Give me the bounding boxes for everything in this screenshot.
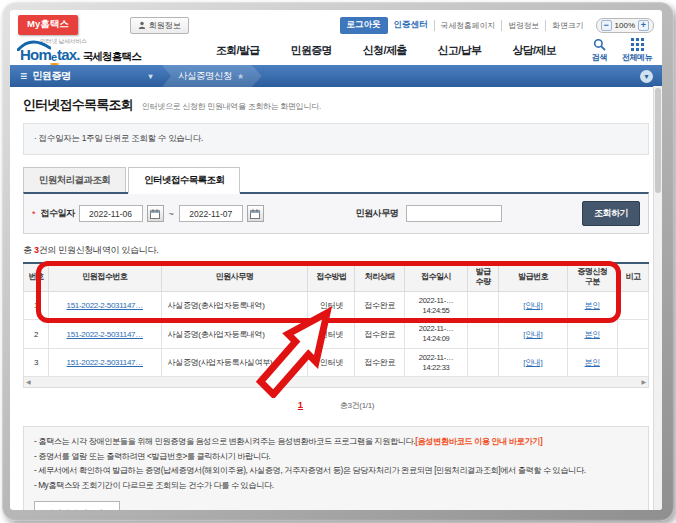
tab-civil-result-inquiry[interactable]: 민원처리결과조회: [23, 167, 126, 192]
grid-menu-icon: [631, 38, 644, 51]
cell-issue-no: [안내]: [499, 320, 568, 349]
issue-guide-link[interactable]: [안내]: [523, 330, 542, 339]
content-area: 인터넷접수목록조회 인터넷으로 신청한 민원내역을 조회하는 화면입니다. · …: [10, 96, 662, 510]
logo-text-en-2: tax.: [57, 46, 80, 63]
link-nts-homepage[interactable]: 국세청홈페이지: [434, 20, 502, 31]
section-dropdown[interactable]: ≡ 민원증명 ▾: [10, 69, 162, 83]
col-receipt-no: 민원접수번호: [49, 263, 162, 291]
vertical-scrollbar[interactable]: [653, 86, 662, 510]
page-subtitle: 인터넷으로 신청한 민원내역을 조회하는 화면입니다.: [142, 101, 321, 112]
cell-apply-type: 본인: [567, 291, 617, 320]
voice-barcode-guide-link[interactable]: [음성변환바코드 이용 안내 바로가기]: [415, 437, 542, 446]
date-to-calendar-button[interactable]: [247, 205, 264, 222]
footer-notes: - 홈택스는 시각 장애인분들을 위해 민원증명을 음성으로 변환시켜주는 음성…: [23, 426, 649, 510]
cell-receipt-no: 151-2022-2-5031147…: [49, 320, 162, 349]
apply-type-link[interactable]: 본인: [585, 330, 600, 339]
cell-receipt-no: 151-2022-2-5031147…: [49, 348, 162, 377]
receipt-number-link[interactable]: 151-2022-2-5031147…: [67, 358, 143, 367]
zoom-control: − 100% +: [596, 18, 654, 33]
collapse-chevron-icon[interactable]: ▾: [640, 70, 653, 83]
logo-text-e: e: [51, 51, 57, 63]
nav-apply-submit[interactable]: 신청/제출: [363, 43, 407, 58]
cell-date: 2022-11-…: [419, 324, 453, 333]
breadcrumb[interactable]: 사실증명신청 ★: [162, 65, 262, 87]
my-hometax-button[interactable]: My홈택스: [18, 15, 78, 35]
table-row: 2 151-2022-2-5031147… 사실증명(총사업자등록내역) 인터넷…: [24, 320, 649, 349]
person-icon: [138, 21, 146, 29]
cell-issue-no: [안내]: [499, 291, 568, 320]
cell-task-name: 사실증명(총사업자등록내역): [161, 291, 308, 320]
screenshot-root: My홈택스 회원정보 로그아웃 인증센터 국세청홈페이지 법령정보 화면크기 −…: [0, 0, 676, 523]
issue-guide-link[interactable]: [안내]: [523, 358, 542, 367]
apply-type-link[interactable]: 본인: [585, 358, 600, 367]
cell-no: 1: [24, 291, 49, 320]
footer-note: - 세무서에서 확인하여 발급하는 증명(납세증명서(해외이주용), 사실증명,…: [34, 464, 638, 479]
cell-issue-no: [안내]: [499, 348, 568, 377]
cell-method: 인터넷: [308, 291, 355, 320]
cell-method: 인터넷: [308, 348, 355, 377]
inquiry-button[interactable]: 조회하기: [582, 201, 640, 226]
more-guide-button[interactable]: 안내사항 더보기 +: [34, 501, 120, 510]
cell-datetime: 2022-11-…14:22:33: [405, 348, 468, 377]
link-law-info[interactable]: 법령정보: [501, 20, 545, 31]
civil-task-name-label: 민원사무명: [356, 207, 399, 220]
scrollbar-thumb[interactable]: [655, 88, 661, 193]
menu-bar: ≡ 민원증명 ▾ 사실증명신청 ★ ▾: [10, 65, 662, 87]
table-header-row: 번호 민원접수번호 민원사무명 접수방법 처리상태 접수일시 발급 수량 발급번…: [24, 263, 649, 291]
page-number-1[interactable]: 1: [298, 399, 303, 410]
issue-guide-link[interactable]: [안내]: [523, 301, 542, 310]
logout-button[interactable]: 로그아웃: [340, 17, 388, 34]
date-range-label: 접수일자: [41, 207, 75, 220]
zoom-in-button[interactable]: +: [638, 20, 649, 31]
nav-report-pay[interactable]: 신고/납부: [438, 43, 482, 58]
col-issue-no: 발급번호: [499, 263, 568, 291]
date-to-input[interactable]: [179, 205, 243, 222]
receipt-number-link[interactable]: 151-2022-2-5031147…: [67, 301, 143, 310]
col-apply-type: 증명신청 구분: [567, 263, 617, 291]
scroll-right-icon[interactable]: ▶: [641, 379, 646, 385]
utility-bar: My홈택스 회원정보 로그아웃 인증센터 국세청홈페이지 법령정보 화면크기 −…: [18, 15, 654, 35]
section-label: 민원증명: [33, 69, 71, 83]
all-menu-button[interactable]: 전체메뉴: [622, 38, 652, 63]
receipt-table: 번호 민원접수번호 민원사무명 접수방법 처리상태 접수일시 발급 수량 발급번…: [23, 262, 649, 377]
zoom-out-button[interactable]: −: [601, 20, 612, 31]
favorite-star-icon[interactable]: ★: [237, 72, 244, 81]
nav-inquiry-issue[interactable]: 조회/발급: [216, 43, 260, 58]
cell-task-name: 사실증명(총사업자등록내역): [161, 320, 308, 349]
cell-no: 3: [24, 348, 49, 377]
apply-type-link[interactable]: 본인: [585, 301, 600, 310]
cert-center-button[interactable]: 인증센터: [394, 19, 428, 31]
col-task-name: 민원사무명: [161, 263, 308, 291]
cell-date: 2022-11-…: [419, 353, 453, 362]
cell-qty: [467, 291, 498, 320]
cell-apply-type: 본인: [567, 348, 617, 377]
cell-note: [617, 348, 648, 377]
summary-suffix: 건의 민원신청내역이 있습니다.: [39, 245, 159, 255]
col-note: 비고: [617, 263, 648, 291]
cell-date: 2022-11-…: [419, 296, 453, 305]
footer-note: - 홈택스는 시각 장애인분들을 위해 민원증명을 음성으로 변환시켜주는 음성…: [34, 435, 638, 450]
search-button[interactable]: 검색: [592, 38, 607, 63]
calendar-icon: [250, 209, 260, 219]
footer-note: - 증명서를 열람 또는 출력하려면 <발급번호>를 클릭하시기 바랍니다.: [34, 450, 638, 465]
nav-consult-report[interactable]: 상담/제보: [512, 43, 556, 58]
hometax-logo[interactable]: 인터넷 납세서비스 Hometax. 국세청홈택스: [20, 37, 172, 64]
member-info-label: 회원정보: [149, 20, 181, 31]
date-from-calendar-button[interactable]: [147, 205, 164, 222]
cell-datetime: 2022-11-…14:24:55: [405, 291, 468, 320]
site-header: 인터넷 납세서비스 Hometax. 국세청홈택스 조회/발급 민원증명 신청/…: [10, 35, 662, 65]
tab-internet-receipt-list[interactable]: 인터넷접수목록조회: [128, 167, 240, 194]
civil-task-name-input[interactable]: [406, 205, 502, 222]
horizontal-scrollbar[interactable]: ◀ ▶: [23, 377, 649, 388]
nav-civil-cert[interactable]: 민원증명: [291, 43, 332, 58]
zoom-level: 100%: [615, 21, 635, 30]
cell-method: 인터넷: [308, 320, 355, 349]
date-range-tilde: ~: [168, 209, 175, 219]
member-info-button[interactable]: 회원정보: [130, 17, 189, 34]
scroll-left-icon[interactable]: ◀: [26, 379, 31, 385]
tab-bar: 민원처리결과조회 인터넷접수목록조회: [23, 167, 649, 192]
cell-time: 14:22:33: [423, 363, 450, 372]
receipt-number-link[interactable]: 151-2022-2-5031147…: [67, 330, 143, 339]
date-from-input[interactable]: [79, 205, 143, 222]
col-no: 번호: [24, 263, 49, 291]
